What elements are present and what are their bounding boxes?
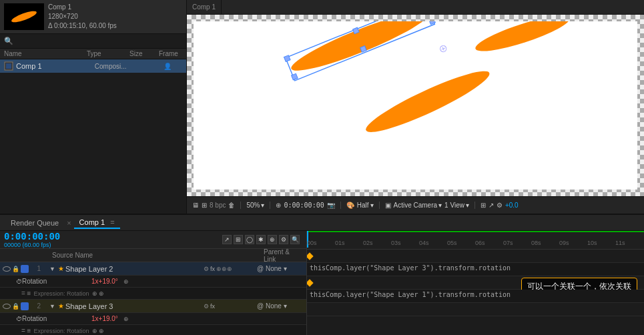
- expression-row-2: = ≡ Expression: Rotation ⊕ ⊕: [0, 325, 306, 335]
- tl-tool-1[interactable]: ↗: [222, 235, 232, 244]
- search-icon: 🔍: [4, 37, 13, 45]
- project-item-comp1[interactable]: Comp 1 Composi... 👤: [0, 59, 186, 73]
- view-count-dropdown[interactable]: 1 View ▾: [444, 202, 469, 209]
- render-queue-tab[interactable]: Render Queue: [5, 217, 64, 229]
- expr-code-1: thisComp.layer("Shape Layer 3").transfor…: [310, 264, 511, 272]
- color-icon: 🎨: [346, 202, 354, 209]
- rotation-label-2: Rotation: [22, 315, 89, 322]
- toolbar-timecode-group: ⊕ 0:00:00:00 📷: [276, 202, 340, 209]
- tl-tool-5[interactable]: ⊕: [268, 235, 277, 244]
- layer-2-name: Shape Layer 3: [65, 302, 113, 310]
- svg-point-4: [287, 21, 433, 79]
- project-table-header: Name Type Size Frame: [0, 49, 186, 59]
- tl-tool-2[interactable]: ⊞: [234, 235, 243, 244]
- track-row-1[interactable]: [307, 250, 644, 263]
- tl-tool-4[interactable]: ✱: [256, 235, 266, 244]
- keyframe-1: [307, 252, 314, 260]
- toolbar-zoom-group: 50% ▾: [246, 202, 270, 209]
- preview-area: Comp 1: [187, 0, 644, 214]
- left-panel: Comp 1 1280×720 Δ 0:00:15:10, 60.00 fps …: [0, 0, 187, 214]
- star-icon-1: ★: [58, 265, 64, 272]
- comp1-tab[interactable]: Comp 1 =: [74, 217, 120, 229]
- search-input[interactable]: [16, 37, 182, 45]
- timeline-tracks: thisComp.layer("Shape Layer 3").transfor…: [307, 250, 644, 335]
- layer-row-2[interactable]: 🔒 2 ▼ ★ Shape Layer 3 ⚙ fx @ None ▾: [0, 300, 306, 313]
- layer-1-info: ▼ ★ Shape Layer 2: [49, 265, 204, 273]
- grid-icon[interactable]: ⊞: [202, 202, 207, 209]
- layers-column-headers: Source Name Parent & Link: [0, 249, 306, 262]
- timeline-content: 0:00:00:00 00000 (60.00 fps) ↗ ⊞ ◯ ✱ ⊕ ⚙…: [0, 231, 644, 335]
- col-frame-header: Frame: [159, 50, 179, 57]
- timeline-area: Render Queue × Comp 1 = 0:00:00:00 00000…: [0, 214, 644, 335]
- eye-icon-1[interactable]: [3, 266, 11, 272]
- expr-icons-2: ⊕ ⊕: [92, 328, 105, 334]
- toolbar-quality-group: 🎨 Half ▾: [346, 202, 380, 209]
- layer-1-controls: 🔒 1: [3, 265, 49, 273]
- ruler-mark-7s: 07s: [503, 240, 513, 246]
- trash-icon[interactable]: 🗑: [228, 202, 235, 209]
- lock-icon-2[interactable]: 🔒: [12, 303, 19, 310]
- tl-search[interactable]: 🔍: [290, 235, 300, 244]
- comp1-tab-icon: =: [110, 218, 114, 226]
- col-type-header: Type: [87, 50, 127, 57]
- collapse-arrow-1[interactable]: ▼: [49, 266, 55, 272]
- layer-2-parent[interactable]: @ None ▾: [257, 302, 304, 310]
- grid-view-icon[interactable]: ⊞: [480, 202, 486, 209]
- ruler-mark-8s: 08s: [531, 240, 541, 246]
- monitor-icon[interactable]: 🖥: [192, 202, 199, 209]
- ruler-mark-0s: 00s: [307, 240, 317, 246]
- top-area: Comp 1 1280×720 Δ 0:00:15:10, 60.00 fps …: [0, 0, 644, 214]
- timecode-display: 0:00:00:00: [284, 202, 324, 209]
- timeline-tabs: Render Queue × Comp 1 =: [5, 217, 120, 229]
- camera-icon: 📷: [327, 202, 335, 209]
- view-icon: ▣: [385, 202, 391, 209]
- stopwatch-icon-2[interactable]: ⏱: [16, 316, 22, 322]
- timeline-header: Render Queue × Comp 1 =: [0, 215, 644, 231]
- layer-num-1: 1: [30, 265, 41, 272]
- fx-1: fx: [210, 266, 215, 272]
- bpc-label: bpc: [215, 202, 226, 209]
- col-source-header: Source Name: [52, 252, 261, 259]
- layer-2-controls: 🔒 2: [3, 302, 49, 310]
- toolbar-right-icons: ⊞ ↗ ⚙ +0.0: [480, 202, 524, 209]
- search-bar[interactable]: 🔍: [0, 34, 186, 49]
- lock-icon-1[interactable]: 🔒: [12, 266, 19, 272]
- switch-2: ⚙: [204, 303, 209, 310]
- rotation-value-1[interactable]: 1x+19.0°: [89, 278, 121, 285]
- eye-icon-2[interactable]: [3, 304, 11, 309]
- plus-icon[interactable]: +0.0: [505, 202, 519, 209]
- tl-tool-3[interactable]: ◯: [245, 235, 254, 244]
- comp-name-label: Comp 1: [48, 3, 117, 12]
- timeline-ruler: 00s 01s 02s 03s 04s 05s 06s 07s 08s 09s …: [307, 231, 644, 250]
- fps-display: 00000 (60.00 fps): [4, 242, 60, 248]
- layer-1-parent[interactable]: @ None ▾: [257, 265, 304, 272]
- collapse-arrow-2[interactable]: ▼: [49, 303, 55, 310]
- zoom-dropdown[interactable]: 50% ▾: [246, 202, 264, 209]
- track-expression-2: thisComp.layer("Shape Layer 1").transfor…: [307, 290, 644, 303]
- stopwatch-icon-1[interactable]: ⏱: [16, 278, 22, 285]
- layer-2-switches: ⚙ fx: [204, 303, 257, 310]
- property-row-rotation-1: ⏱ Rotation 1x+19.0° ⊕: [0, 276, 306, 288]
- layer-row-1[interactable]: 🔒 1 ▼ ★ Shape Layer 2 ⚙ fx ⊕⊕⊕ @ None ▾: [0, 262, 306, 276]
- comp-preview-label: Comp 1: [187, 0, 222, 14]
- camera-view-dropdown[interactable]: Active Camera ▾: [394, 202, 442, 209]
- settings-icon[interactable]: ⚙: [497, 202, 503, 209]
- quality-dropdown[interactable]: Half ▾: [357, 202, 374, 209]
- comp-item-frame: 👤: [164, 62, 182, 70]
- track-row-2[interactable]: 可以一个关联一个，依次关联: [307, 276, 644, 290]
- comp-duration-label: Δ 0:00:15:10, 60.00 fps: [48, 21, 117, 31]
- col-parent-header: Parent & Link: [264, 248, 304, 263]
- toolbar-view-group: ▣ Active Camera ▾ 1 View ▾: [385, 202, 475, 209]
- fx-2: fx: [210, 303, 215, 310]
- track-row-3[interactable]: [307, 303, 644, 316]
- comp-item-type: Composi...: [95, 63, 133, 70]
- tl-tool-6[interactable]: ⚙: [279, 235, 288, 244]
- chevron-down-icon: ▾: [261, 202, 264, 209]
- color-swatch-1: [21, 265, 29, 273]
- share-icon[interactable]: ↗: [489, 202, 494, 209]
- tab-separator: ×: [67, 217, 71, 229]
- bpc-display: 8 bpc: [210, 202, 226, 209]
- bpc-value: 8: [210, 202, 214, 209]
- time-display[interactable]: 0:00:00:00: [4, 231, 60, 242]
- rotation-value-2[interactable]: 1x+19.0°: [89, 315, 121, 322]
